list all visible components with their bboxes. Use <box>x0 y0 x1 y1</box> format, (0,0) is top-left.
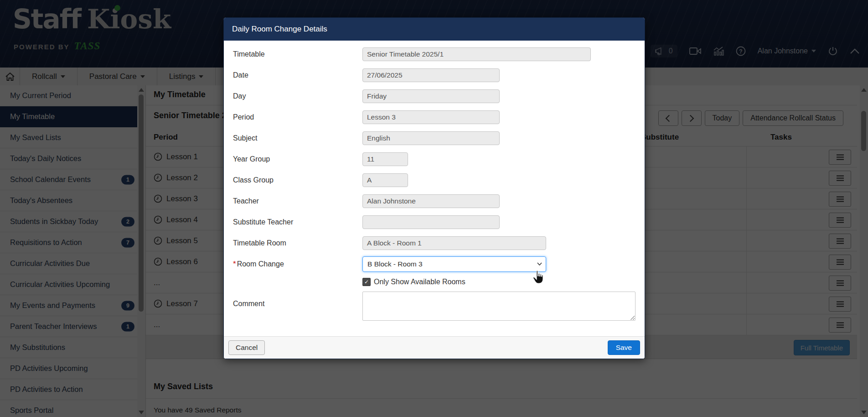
save-button[interactable]: Save <box>608 340 640 355</box>
field-label-comment: Comment <box>233 292 362 308</box>
cancel-button[interactable]: Cancel <box>228 340 265 355</box>
field-label-timetable: Timetable <box>233 50 362 58</box>
day-field: Friday <box>362 89 500 103</box>
field-label-day: Day <box>233 92 362 100</box>
field-label-subject: Subject <box>233 134 362 142</box>
field-label-timetable_room: Timetable Room <box>233 239 362 247</box>
field-label-teacher: Teacher <box>233 197 362 205</box>
checkbox-label: Only Show Available Rooms <box>374 278 465 286</box>
timetable-field: Senior Timetable 2025/1 <box>362 47 591 61</box>
only-show-available-rooms-checkbox[interactable]: ✓ <box>362 278 371 286</box>
teacher-field: Alan Johnstone <box>362 194 500 208</box>
substitute_teacher-field <box>362 215 500 229</box>
daily-room-change-dialog: Daily Room Change Details TimetableSenio… <box>223 17 645 359</box>
date-field: 27/06/2025 <box>362 68 500 82</box>
dialog-title: Daily Room Change Details <box>224 18 645 41</box>
field-label-class_group: Class Group <box>233 176 362 184</box>
required-asterisk: * <box>233 260 236 268</box>
room_change-select[interactable]: B Block - Room 3 <box>362 256 546 272</box>
year_group-field: 11 <box>362 152 408 166</box>
field-label-substitute_teacher: Substitute Teacher <box>233 218 362 226</box>
field-label-period: Period <box>233 113 362 121</box>
comment-textarea[interactable] <box>362 292 636 321</box>
timetable_room-field: A Block - Room 1 <box>362 236 546 250</box>
field-label-room_change: *Room Change <box>233 260 362 269</box>
period-field: Lesson 3 <box>362 110 500 124</box>
resize-grip-icon[interactable] <box>630 315 635 320</box>
field-label-date: Date <box>233 71 362 79</box>
field-label-year_group: Year Group <box>233 155 362 163</box>
class_group-field: A <box>362 173 408 187</box>
subject-field: English <box>362 131 500 145</box>
